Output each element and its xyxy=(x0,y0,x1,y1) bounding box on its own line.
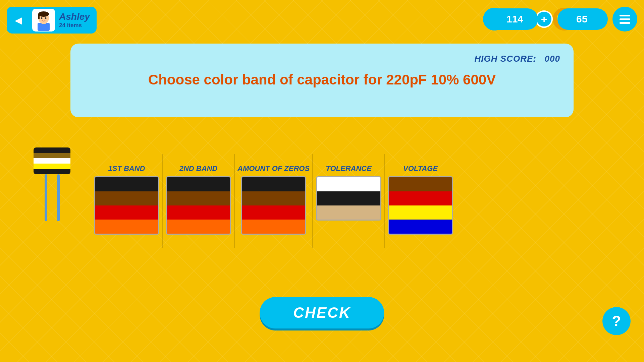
cap-leg-left xyxy=(45,174,47,221)
cap-leg-right xyxy=(57,174,60,221)
capacitor-visual xyxy=(34,147,70,221)
band3-swatch-black[interactable] xyxy=(242,177,305,191)
cap-band-yellow xyxy=(34,164,70,169)
divider-1 xyxy=(162,154,163,248)
band4-swatch-white[interactable] xyxy=(317,177,380,191)
svg-point-5 xyxy=(41,17,43,19)
band1-swatch-black[interactable] xyxy=(95,177,158,191)
trophy-value: 65 xyxy=(576,13,587,25)
band1-label: 1ST BAND xyxy=(108,154,145,173)
band5-label: VOLTAGE xyxy=(403,154,438,173)
top-left-area: Ashley 24 items xyxy=(7,7,97,34)
profile-info: Ashley 24 items xyxy=(59,11,90,29)
profile-box: Ashley 24 items xyxy=(30,7,97,34)
menu-button[interactable] xyxy=(612,7,637,32)
question-panel: HIGH SCORE: 000 Choose color band of cap… xyxy=(70,44,574,117)
svg-point-6 xyxy=(45,17,47,19)
band2-swatch-black[interactable] xyxy=(167,177,230,191)
band-column-2: 2ND BAND xyxy=(166,154,231,235)
check-button[interactable]: CHECK xyxy=(260,297,384,328)
band1-swatch-orange[interactable] xyxy=(95,220,158,234)
cap-band-black xyxy=(34,147,70,153)
divider-3 xyxy=(312,154,313,248)
band-column-5: VOLTAGE xyxy=(388,154,453,235)
band4-swatch-black[interactable] xyxy=(317,191,380,205)
band1-swatch-red[interactable] xyxy=(95,205,158,220)
top-right-area: 114 + 65 xyxy=(488,7,637,32)
divider-4 xyxy=(384,154,385,248)
band3-swatch-brown[interactable] xyxy=(242,191,305,205)
avatar xyxy=(32,9,55,32)
high-score-label: HIGH SCORE: xyxy=(475,54,536,64)
capacitor-legs xyxy=(34,174,70,221)
band2-swatch-brown[interactable] xyxy=(167,191,230,205)
band4-options xyxy=(316,176,381,221)
cap-band-black2 xyxy=(34,169,70,174)
back-button[interactable] xyxy=(7,7,30,34)
band5-swatch-brown[interactable] xyxy=(389,177,452,191)
band3-options xyxy=(241,176,306,235)
lightning-value: 114 xyxy=(506,13,523,25)
band2-swatch-red[interactable] xyxy=(167,205,230,220)
svg-point-3 xyxy=(38,11,49,17)
question-text: Choose color band of capacitor for 220pF… xyxy=(84,71,560,89)
band-column-4: TOLERANCE xyxy=(316,154,381,221)
band-column-1: 1ST BAND xyxy=(94,154,159,235)
trophy-stat-box: 65 xyxy=(557,8,608,30)
band2-options xyxy=(166,176,231,235)
band3-swatch-red[interactable] xyxy=(242,205,305,220)
profile-name: Ashley xyxy=(59,11,90,22)
band4-swatch-tan[interactable] xyxy=(317,205,380,220)
capacitor-body xyxy=(34,147,70,174)
band3-label: AMOUNT OF ZEROS xyxy=(237,154,310,173)
band-column-3: AMOUNT OF ZEROS xyxy=(237,154,310,235)
cap-band-brown xyxy=(34,153,70,158)
high-score-value: 000 xyxy=(545,54,560,64)
band5-swatch-blue[interactable] xyxy=(389,220,452,234)
svg-rect-4 xyxy=(38,14,40,19)
divider-2 xyxy=(234,154,235,248)
band2-swatch-orange[interactable] xyxy=(167,220,230,234)
lightning-stat-box: 114 xyxy=(488,8,538,30)
band1-options xyxy=(94,176,159,235)
profile-items: 24 items xyxy=(59,22,90,29)
band4-label: TOLERANCE xyxy=(326,154,372,173)
hamburger-icon xyxy=(620,15,630,24)
high-score-display: HIGH SCORE: 000 xyxy=(84,54,560,64)
band2-label: 2ND BAND xyxy=(179,154,218,173)
band3-swatch-orange[interactable] xyxy=(242,220,305,234)
band5-options xyxy=(388,176,453,235)
bands-area: 1ST BAND 2ND BAND AMOUNT OF ZEROS xyxy=(94,154,453,248)
band1-swatch-brown[interactable] xyxy=(95,191,158,205)
band5-swatch-yellow[interactable] xyxy=(389,205,452,220)
band5-swatch-red[interactable] xyxy=(389,191,452,205)
help-button[interactable]: ? xyxy=(602,307,631,335)
cap-band-white xyxy=(34,158,70,164)
